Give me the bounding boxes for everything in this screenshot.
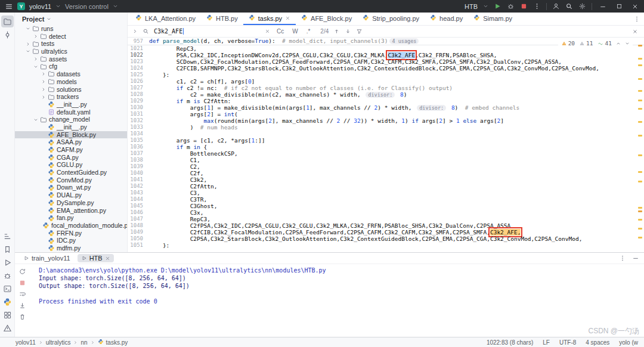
- code-text[interactable]: PSA,C3k2_IDC,InceptionDWConv2d,C2PSA_CGL…: [149, 52, 497, 58]
- search-filter-button[interactable]: [356, 28, 363, 35]
- tab-AFE_Block.py[interactable]: AFE_Block.py: [296, 13, 357, 25]
- close-run-tab-button[interactable]: [105, 256, 110, 261]
- search-history-icon[interactable]: [143, 28, 149, 35]
- stripe-mark[interactable]: [638, 171, 642, 173]
- project-avatar[interactable]: Y: [17, 2, 25, 10]
- tree-item-models[interactable]: models: [15, 78, 127, 86]
- stripe-mark[interactable]: [638, 121, 642, 123]
- tree-item-mdfm.py[interactable]: mdfm.py: [15, 244, 127, 252]
- code-text[interactable]: }:: [149, 242, 169, 249]
- tree-item-default.yaml[interactable]: default.yaml: [15, 109, 127, 116]
- breadcrumb-item-nn[interactable]: nn: [80, 339, 87, 346]
- tree-item-change_model[interactable]: change_model: [15, 116, 127, 123]
- stripe-mark[interactable]: [638, 45, 642, 47]
- problems-icon[interactable]: [1, 322, 14, 334]
- code-text[interactable]: C2FCIB,SAFMNPP,C3k2_StarsBlock,C3k2_Outl…: [149, 65, 599, 72]
- soft-wrap-button[interactable]: [17, 289, 27, 299]
- code-text[interactable]: if m in {: [149, 144, 207, 150]
- code-text[interactable]: C2,: [149, 163, 200, 170]
- code-text[interactable]: C3Ghost,: [149, 203, 217, 209]
- tree-item-FRFN.py[interactable]: FRFN.py: [15, 230, 127, 237]
- tree-item-CGA.py[interactable]: CGA.py: [15, 154, 127, 162]
- tree-item-__init__.py[interactable]: __init__.py: [15, 101, 127, 109]
- project-name[interactable]: yolov11: [29, 3, 51, 10]
- expand-replace-chevron-icon[interactable]: [132, 29, 138, 34]
- stop-button[interactable]: [17, 277, 27, 288]
- maximize-button[interactable]: [614, 3, 624, 10]
- search-everywhere-button[interactable]: [565, 2, 573, 10]
- tree-item-CGLU.py[interactable]: CGLU.py: [15, 161, 127, 169]
- whole-words-toggle[interactable]: W: [290, 27, 299, 35]
- code-text[interactable]: RepC3,: [149, 216, 210, 222]
- chevron-expanded-icon[interactable]: [25, 26, 30, 31]
- run-tab-HTB[interactable]: HTB: [78, 254, 114, 262]
- code-text[interactable]: max(round(min(args[2], max_channels // 2…: [149, 117, 504, 124]
- code-text[interactable]: C2PSA,C3k2_StarsBlock,C3k2_OutlookAttent…: [149, 236, 582, 242]
- commit-icon[interactable]: [1, 29, 14, 41]
- scroll-to-end-button[interactable]: [17, 300, 27, 311]
- stop-button[interactable]: [520, 2, 528, 10]
- tree-item-ConvMod.py[interactable]: ConvMod.py: [15, 176, 127, 184]
- tree-item-trackers[interactable]: trackers: [15, 93, 127, 101]
- tree-item-EMA_attention.py[interactable]: EMA_attention.py: [15, 207, 127, 215]
- vcs-widget[interactable]: Version control: [65, 3, 109, 10]
- inspections-widget[interactable]: 20 11 41: [558, 39, 633, 48]
- status-item[interactable]: LF: [543, 339, 550, 346]
- run-config-name[interactable]: HTB: [465, 3, 478, 10]
- stripe-mark[interactable]: [638, 58, 642, 60]
- stripe-mark[interactable]: [638, 181, 642, 182]
- next-match-button[interactable]: [345, 28, 351, 35]
- tree-item-fan.py[interactable]: fan.py: [15, 214, 127, 222]
- code-text[interactable]: ) # num heads: [149, 124, 238, 131]
- more-actions-button[interactable]: [533, 2, 541, 10]
- minimize-button[interactable]: [597, 3, 608, 10]
- chevron-expanded-icon[interactable]: [33, 117, 38, 122]
- tree-item-DySample.py[interactable]: DySample.py: [15, 199, 127, 207]
- code-text[interactable]: c2 = make_divisible(min(c2, max_channels…: [149, 91, 407, 98]
- project-icon[interactable]: [1, 16, 14, 27]
- tab-tasks.py[interactable]: tasks.py: [243, 13, 296, 25]
- tree-item-focal_modulation_module.py[interactable]: focal_modulation_module.py: [15, 222, 127, 230]
- rerun-button[interactable]: [17, 266, 27, 277]
- code-text[interactable]: SCDown,C3k2_FocalModulation,C2PSA_FeedFo…: [149, 58, 562, 65]
- match-case-toggle[interactable]: Cc: [275, 27, 286, 35]
- tree-item-Down_wt.py[interactable]: Down_wt.py: [15, 184, 127, 191]
- stripe-mark[interactable]: [638, 90, 642, 92]
- bookmarks-icon[interactable]: [1, 243, 14, 255]
- code-text[interactable]: if c2 != nc: # if c2 not equal to number…: [149, 85, 453, 91]
- run-panel-more-button[interactable]: [619, 255, 626, 262]
- debug-button[interactable]: [507, 2, 515, 10]
- chevron-collapsed-icon[interactable]: [41, 87, 46, 92]
- code-text[interactable]: BottleneckCSP,: [149, 150, 238, 157]
- project-panel-title[interactable]: Project: [22, 16, 44, 23]
- code-text[interactable]: if m is C2fAttn:: [149, 98, 231, 104]
- tree-item-IDC.py[interactable]: IDC.py: [15, 237, 127, 244]
- stripe-mark[interactable]: [638, 228, 642, 230]
- clear-all-button[interactable]: [17, 311, 27, 322]
- debug-icon[interactable]: [1, 269, 14, 281]
- breadcrumb-item-tasks.py[interactable]: tasks.py: [98, 339, 128, 346]
- previous-problem-button[interactable]: [616, 41, 621, 46]
- chevron-expanded-icon[interactable]: [33, 64, 38, 69]
- stripe-mark[interactable]: [638, 135, 642, 137]
- code-text[interactable]: RepC3,: [149, 45, 197, 52]
- run-icon[interactable]: [1, 256, 14, 268]
- next-problem-button[interactable]: [625, 41, 630, 46]
- status-item[interactable]: UTF-8: [559, 339, 576, 346]
- stripe-mark[interactable]: [638, 219, 642, 221]
- tab-Strip_pooling.py[interactable]: Strip_pooling.py: [357, 13, 425, 25]
- code-text[interactable]: args = [c1, c2, *args[1:]]: [149, 137, 265, 144]
- stripe-mark[interactable]: [638, 100, 642, 101]
- previous-match-button[interactable]: [333, 28, 340, 35]
- search-match-highlight[interactable]: C3k2_AFE,: [490, 229, 521, 236]
- tree-item-ContextGuided.py[interactable]: ContextGuided.py: [15, 169, 127, 176]
- hide-run-panel-button[interactable]: [632, 255, 639, 262]
- terminal-icon[interactable]: [1, 283, 14, 295]
- tree-item-cfg[interactable]: cfg: [15, 63, 127, 70]
- tabs-more-button[interactable]: [633, 16, 640, 23]
- stripe-mark[interactable]: [638, 154, 642, 156]
- clear-search-button[interactable]: [265, 29, 270, 34]
- stripe-mark[interactable]: [638, 207, 642, 209]
- code-text[interactable]: c1, c2 = ch[f], args[0]: [149, 78, 255, 85]
- breadcrumb-item-yolov11[interactable]: yolov11: [16, 339, 36, 346]
